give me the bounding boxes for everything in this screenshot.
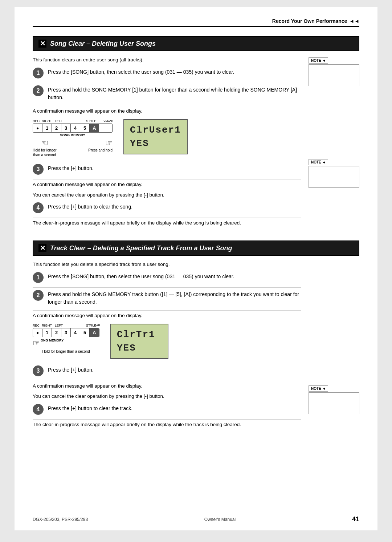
track-clear-title: Track Clear – Deleting a Specified Track…: [50, 244, 232, 252]
key-2: 2: [52, 124, 61, 132]
clear-label: CLEAR: [103, 119, 113, 122]
tc-confirmation-text2: A confirmation message will appear on th…: [33, 383, 301, 390]
lcd2-line2: YES: [117, 341, 162, 355]
left-label: LEFT: [55, 119, 63, 123]
lcd1-line2: YES: [130, 137, 181, 150]
tc-step3-text: Press the [+] button.: [48, 365, 94, 374]
tc-step2-text: Press and hold the SONG MEMORY track but…: [48, 289, 301, 306]
note-badge-3: NOTE ◄: [309, 385, 328, 392]
step1-text: Press the [SONG] button, then select the…: [48, 67, 234, 76]
note-badge-1: NOTE ◄: [309, 57, 328, 64]
confirmation-text2: A confirmation message will appear on th…: [33, 181, 301, 188]
display-area-2: REC RIGHT LEFT STYLE CLEAR ● 1 2: [33, 324, 301, 359]
tc-step4-text: Press the [+] button to clear the track.: [48, 403, 132, 412]
keyboard-diagram-2: REC RIGHT LEFT STYLE CLEAR ● 1 2: [33, 324, 99, 353]
step2-circle: 2: [33, 85, 44, 96]
song-clear-main: This function clears an entire user song…: [33, 57, 301, 230]
step3-circle: 3: [33, 164, 44, 175]
keys-wrapper-2: CLEAR ● 1 2 3 4 5 A: [33, 328, 99, 337]
footer-model: DGX-205/203, PSR-295/293: [33, 517, 88, 522]
lcd-display-1: ClrUser1 YES: [123, 119, 188, 154]
track-clear-step3: 3 Press the [+] button.: [33, 365, 301, 381]
song-clear-step2: 2 Press and hold the SONG MEMORY [1] but…: [33, 85, 301, 106]
note-column-2: NOTE ◄: [309, 262, 359, 431]
finger-icon-2: ☞: [33, 339, 40, 348]
song-memory-label-1: SONG MEMORY: [33, 133, 113, 137]
step1-circle: 1: [33, 68, 44, 78]
tc-step4-circle: 4: [33, 404, 44, 415]
key-3: 3: [61, 124, 71, 132]
x-mark-icon-2: ✕: [38, 244, 46, 252]
step4-text: Press the [+] button to clear the song.: [48, 202, 132, 211]
clear-label-2: CLEAR: [90, 324, 100, 327]
rec-label-2: REC: [33, 324, 40, 327]
tc-confirmation-text1: A confirmation message will appear on th…: [33, 312, 301, 319]
note-box-2: [309, 166, 359, 188]
song-clear-step3: 3 Press the [+] button.: [33, 163, 301, 179]
keyboard-diagram-1: REC RIGHT LEFT STYLE CLEAR ● 1 2: [33, 119, 113, 157]
key-a: A: [90, 124, 99, 132]
song-clear-title: Song Clear – Deleting User Songs: [50, 40, 156, 48]
key2-4: 4: [71, 328, 80, 337]
lcd1-line1: ClrUser1: [130, 124, 181, 137]
song-clear-step4: 4 Press the [+] button to clear the song…: [33, 202, 301, 218]
lcd-display-2: ClrTr1 YES: [110, 324, 168, 359]
note-label-3: NOTE ◄: [309, 385, 359, 414]
header-arrow: ◄◄: [349, 18, 359, 24]
key-rec: ●: [33, 124, 42, 132]
step4-circle: 4: [33, 202, 44, 213]
track-clear-section: ✕ Track Clear – Deleting a Specified Tra…: [33, 240, 359, 431]
page: Record Your Own Performance ◄◄ ✕ Song Cl…: [15, 7, 377, 530]
header-title: Record Your Own Performance: [272, 18, 347, 24]
footer: DGX-205/203, PSR-295/293 Owner's Manual …: [15, 515, 377, 523]
note-badge-2: NOTE ◄: [309, 159, 328, 165]
track-clear-intro: This function lets you delete a specifie…: [33, 262, 301, 267]
song-clear-intro: This function clears an entire user song…: [33, 57, 301, 62]
key2-rec: ●: [33, 329, 42, 337]
song-clear-step1: 1 Press the [SONG] button, then select t…: [33, 67, 301, 83]
x-mark-icon: ✕: [38, 40, 46, 48]
key-5: 5: [80, 124, 90, 132]
key2-a: A: [90, 328, 99, 337]
key2-1: 1: [42, 328, 52, 337]
tc-step3-circle: 3: [33, 365, 44, 376]
song-clear-header: ✕ Song Clear – Deleting User Songs: [33, 36, 359, 51]
right-label: RIGHT: [42, 119, 52, 123]
note-box-1: [309, 64, 359, 86]
keys-row-1: ● 1 2 3 4 5 A: [33, 124, 113, 133]
finger-icon-right: ☞: [105, 138, 113, 148]
keys-wrapper: CLEAR ● 1 2 3 4 5 A: [33, 124, 113, 133]
tc-step2-circle: 2: [33, 290, 44, 301]
step2-text: Press and hold the SONG MEMORY [1] butto…: [48, 85, 301, 101]
song-memory-label-2: ONG MEMORY: [41, 339, 64, 342]
right-label-2: RIGHT: [42, 324, 52, 327]
cancel-text: You can cancel the clear operation by pr…: [33, 191, 301, 199]
track-clear-step4: 4 Press the [+] button to clear the trac…: [33, 403, 301, 420]
hold-text-right: Press and hold: [88, 148, 113, 153]
note-label-1: NOTE ◄: [309, 57, 359, 86]
key2-3: 3: [61, 328, 71, 337]
tc-step1-circle: 1: [33, 272, 44, 283]
tc-cancel-text: You can cancel the clear operation by pr…: [33, 393, 301, 400]
confirmation-text1: A confirmation message will appear on th…: [33, 108, 301, 115]
song-clear-content: This function clears an entire user song…: [33, 57, 359, 230]
key-1: 1: [42, 124, 52, 132]
key2-5: 5: [80, 328, 90, 337]
clear-text-1: The clear-in-progress message will appea…: [33, 219, 301, 227]
rec-label: REC: [33, 119, 40, 123]
keys-row-2: ● 1 2 3 4 5 A: [33, 328, 99, 337]
left-label-2: LEFT: [55, 324, 63, 327]
key2-2: 2: [52, 328, 61, 337]
lcd2-line1: ClrTr1: [117, 328, 162, 341]
track-clear-step1: 1 Press the [SONG] button, then select t…: [33, 271, 301, 288]
finger-icon-left: ☞: [41, 138, 48, 148]
hold-text-left: Hold for longerthan a second: [33, 148, 57, 157]
footer-page: 41: [352, 515, 359, 523]
tc-step1-text: Press the [SONG] button, then select the…: [48, 271, 234, 280]
footer-manual: Owner's Manual: [204, 517, 236, 522]
key-4: 4: [71, 124, 80, 132]
track-clear-step2: 2 Press and hold the SONG MEMORY track b…: [33, 289, 301, 311]
style-label: STYLE: [86, 119, 97, 123]
clear-text-2: The clear-in-progress message will appea…: [33, 421, 301, 428]
header-bar: Record Your Own Performance ◄◄: [33, 18, 359, 27]
